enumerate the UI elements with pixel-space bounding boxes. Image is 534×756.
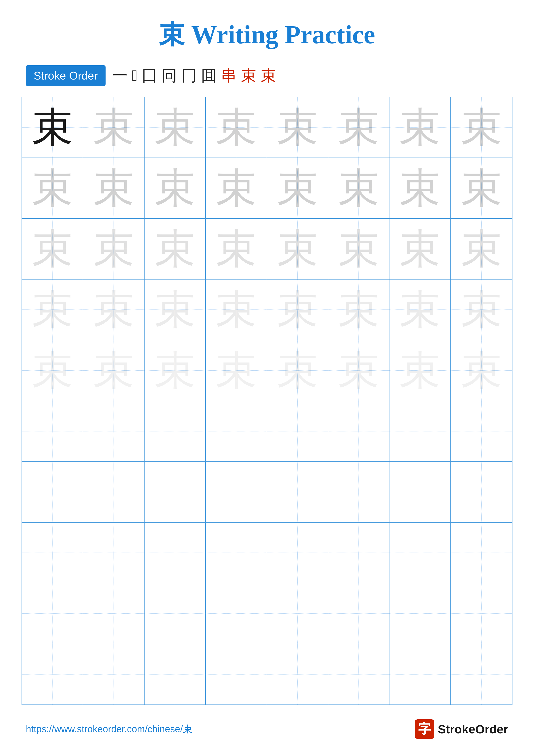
grid-cell[interactable]	[22, 644, 83, 705]
practice-char: 束	[216, 289, 257, 330]
grid-cell[interactable]: 束	[83, 340, 144, 401]
grid-cell[interactable]	[206, 523, 267, 583]
grid-cell[interactable]: 束	[144, 158, 206, 218]
grid-row[interactable]: 束束束束束束束束	[22, 97, 512, 158]
grid-cell[interactable]: 束	[451, 158, 512, 218]
grid-cell[interactable]: 束	[451, 340, 512, 401]
practice-char: 束	[93, 289, 134, 330]
grid-cell[interactable]: 束	[451, 97, 512, 157]
grid-cell[interactable]: 束	[144, 219, 206, 279]
grid-cell[interactable]	[267, 401, 328, 461]
grid-row[interactable]	[22, 523, 512, 583]
footer-url[interactable]: https://www.strokeorder.com/chinese/束	[26, 723, 192, 736]
grid-row[interactable]	[22, 462, 512, 523]
grid-cell[interactable]	[22, 401, 83, 461]
grid-cell[interactable]: 束	[390, 280, 451, 340]
grid-cell[interactable]: 束	[328, 219, 390, 279]
grid-cell[interactable]: 束	[451, 280, 512, 340]
grid-cell[interactable]	[328, 523, 390, 583]
grid-cell[interactable]: 束	[206, 340, 267, 401]
grid-cell[interactable]: 束	[22, 97, 83, 157]
grid-cell[interactable]: 束	[328, 340, 390, 401]
grid-cell[interactable]: 束	[267, 97, 328, 157]
grid-cell[interactable]: 束	[83, 97, 144, 157]
grid-cell[interactable]: 束	[83, 280, 144, 340]
grid-cell[interactable]: 束	[206, 280, 267, 340]
grid-cell[interactable]	[22, 462, 83, 522]
grid-cell[interactable]: 束	[267, 340, 328, 401]
grid-cell[interactable]	[451, 401, 512, 461]
grid-cell[interactable]: 束	[267, 280, 328, 340]
grid-cell[interactable]: 束	[22, 219, 83, 279]
grid-cell[interactable]	[451, 523, 512, 583]
grid-cell[interactable]	[390, 583, 451, 644]
grid-cell[interactable]: 束	[328, 280, 390, 340]
grid-cell[interactable]: 束	[390, 219, 451, 279]
grid-cell[interactable]: 束	[144, 97, 206, 157]
practice-char: 束	[338, 289, 379, 330]
grid-cell[interactable]: 束	[267, 219, 328, 279]
grid-cell[interactable]: 束	[206, 97, 267, 157]
grid-cell[interactable]	[390, 401, 451, 461]
grid-cell[interactable]: 束	[22, 340, 83, 401]
grid-cell[interactable]	[83, 401, 144, 461]
grid-cell[interactable]	[451, 644, 512, 705]
grid-cell[interactable]: 束	[390, 97, 451, 157]
grid-cell[interactable]	[390, 644, 451, 705]
grid-cell[interactable]	[206, 583, 267, 644]
grid-row[interactable]	[22, 401, 512, 462]
grid-cell[interactable]	[83, 583, 144, 644]
grid-cell[interactable]: 束	[328, 158, 390, 218]
grid-cell[interactable]	[22, 583, 83, 644]
grid-cell[interactable]	[267, 462, 328, 522]
grid-cell[interactable]	[206, 401, 267, 461]
grid-row[interactable]	[22, 644, 512, 705]
grid-cell[interactable]: 束	[390, 158, 451, 218]
grid-cell[interactable]: 束	[267, 158, 328, 218]
practice-char: 束	[32, 168, 73, 209]
grid-cell[interactable]	[83, 644, 144, 705]
grid-cell[interactable]	[144, 462, 206, 522]
grid-cell[interactable]	[328, 644, 390, 705]
grid-cell[interactable]	[83, 523, 144, 583]
grid-cell[interactable]	[390, 523, 451, 583]
grid-cell[interactable]: 束	[206, 219, 267, 279]
practice-char: 束	[461, 289, 502, 330]
grid-row[interactable]: 束束束束束束束束	[22, 280, 512, 340]
grid-row[interactable]: 束束束束束束束束	[22, 158, 512, 219]
grid-cell[interactable]	[328, 583, 390, 644]
grid-cell[interactable]	[451, 462, 512, 522]
grid-row[interactable]	[22, 583, 512, 644]
grid-cell[interactable]	[328, 462, 390, 522]
grid-cell[interactable]: 束	[144, 280, 206, 340]
grid-cell[interactable]	[206, 644, 267, 705]
practice-char: 束	[461, 168, 502, 209]
grid-cell[interactable]: 束	[390, 340, 451, 401]
grid-cell[interactable]	[144, 401, 206, 461]
grid-cell[interactable]	[267, 523, 328, 583]
grid-cell[interactable]: 束	[144, 340, 206, 401]
grid-cell[interactable]: 束	[83, 158, 144, 218]
grid-cell[interactable]: 束	[83, 219, 144, 279]
grid-cell[interactable]	[328, 401, 390, 461]
grid-cell[interactable]	[144, 583, 206, 644]
grid-cell[interactable]: 束	[206, 158, 267, 218]
grid-cell[interactable]: 束	[22, 158, 83, 218]
grid-cell[interactable]	[390, 462, 451, 522]
grid-cell[interactable]	[83, 462, 144, 522]
grid-row[interactable]: 束束束束束束束束	[22, 219, 512, 280]
grid-cell[interactable]: 束	[451, 219, 512, 279]
grid-cell[interactable]: 束	[22, 280, 83, 340]
practice-char: 束	[399, 229, 440, 269]
practice-char: 束	[154, 229, 195, 269]
grid-cell[interactable]	[206, 462, 267, 522]
grid-cell[interactable]	[451, 583, 512, 644]
grid-cell[interactable]	[267, 644, 328, 705]
grid-cell[interactable]	[267, 583, 328, 644]
grid-row[interactable]: 束束束束束束束束	[22, 340, 512, 401]
grid-cell[interactable]: 束	[328, 97, 390, 157]
grid-cell[interactable]	[144, 523, 206, 583]
footer: https://www.strokeorder.com/chinese/束 字 …	[0, 719, 534, 739]
grid-cell[interactable]	[22, 523, 83, 583]
grid-cell[interactable]	[144, 644, 206, 705]
